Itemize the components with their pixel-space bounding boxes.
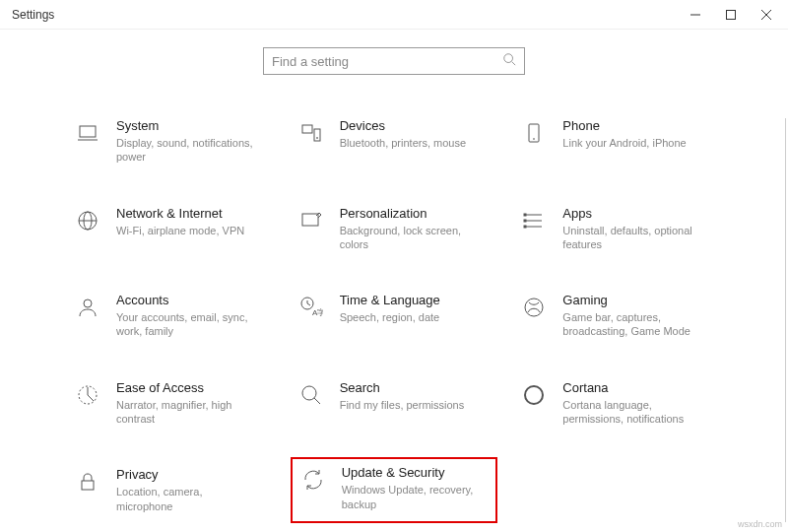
sync-icon: [298, 465, 328, 495]
svg-rect-22: [524, 226, 526, 228]
svg-text:A字: A字: [312, 308, 323, 317]
tile-title: Search: [340, 380, 492, 395]
tile-desc: Find my files, permissions: [340, 398, 478, 412]
tile-title: Time & Language: [340, 293, 492, 307]
scrollbar[interactable]: [785, 118, 786, 522]
minimize-button[interactable]: [678, 1, 713, 29]
svg-rect-8: [302, 125, 312, 133]
svg-line-31: [314, 398, 320, 404]
svg-rect-9: [314, 129, 320, 141]
tile-update-security[interactable]: Update & Security Windows Update, recove…: [291, 457, 498, 523]
tile-network[interactable]: Network & Internet Wi-Fi, airplane mode,…: [69, 202, 273, 256]
paint-icon: [296, 206, 326, 235]
svg-point-23: [84, 299, 92, 307]
tile-desc: Background, lock screen, colors: [340, 224, 478, 252]
tile-apps[interactable]: Apps Uninstall, defaults, optional featu…: [515, 202, 719, 256]
svg-rect-21: [524, 220, 526, 222]
svg-point-32: [525, 386, 543, 404]
magnifier-icon: [296, 380, 326, 410]
tile-accounts[interactable]: Accounts Your accounts, email, sync, wor…: [69, 289, 273, 343]
tile-desc: Game bar, captures, broadcasting, Game M…: [562, 310, 700, 339]
devices-icon: [296, 118, 326, 148]
search-container: [0, 47, 788, 75]
search-box[interactable]: [263, 47, 525, 75]
tile-desc: Link your Android, iPhone: [562, 136, 700, 150]
tile-desc: Bluetooth, printers, mouse: [340, 136, 478, 150]
cortana-icon: [519, 380, 549, 410]
time-language-icon: A字: [296, 293, 326, 322]
tile-desc: Location, camera, microphone: [116, 485, 254, 513]
svg-rect-20: [524, 214, 526, 216]
tile-desc: Narrator, magnifier, high contrast: [116, 398, 254, 427]
titlebar: Settings: [0, 0, 788, 30]
phone-icon: [519, 118, 549, 148]
tile-title: Gaming: [562, 293, 715, 307]
tile-desc: Display, sound, notifications, power: [116, 136, 254, 165]
tile-privacy[interactable]: Privacy Location, camera, microphone: [69, 463, 273, 517]
maximize-button[interactable]: [713, 1, 749, 29]
tile-title: System: [116, 118, 269, 133]
apps-icon: [519, 206, 549, 235]
svg-rect-16: [302, 214, 318, 226]
svg-point-30: [302, 386, 316, 400]
tile-ease-of-access[interactable]: Ease of Access Narrator, magnifier, high…: [69, 376, 273, 431]
tile-personalization[interactable]: Personalization Background, lock screen,…: [293, 202, 496, 256]
search-input[interactable]: [272, 54, 502, 69]
tile-title: Devices: [340, 118, 492, 133]
tile-desc: Uninstall, defaults, optional features: [562, 224, 700, 252]
tile-search[interactable]: Search Find my files, permissions: [293, 376, 496, 431]
tile-title: Personalization: [340, 206, 492, 221]
svg-line-26: [307, 303, 310, 305]
tile-time-language[interactable]: A字 Time & Language Speech, region, date: [293, 289, 496, 343]
search-icon: [502, 52, 516, 70]
tile-desc: Speech, region, date: [340, 310, 478, 324]
lock-icon: [73, 467, 102, 497]
svg-rect-33: [82, 481, 94, 490]
ease-of-access-icon: [73, 380, 102, 410]
svg-rect-6: [80, 126, 96, 137]
tile-gaming[interactable]: Gaming Game bar, captures, broadcasting,…: [515, 289, 719, 343]
xbox-icon: [519, 293, 549, 322]
settings-grid: System Display, sound, notifications, po…: [69, 114, 719, 517]
tile-phone[interactable]: Phone Link your Android, iPhone: [515, 114, 719, 168]
tile-title: Ease of Access: [116, 380, 269, 395]
watermark: wsxdn.com: [738, 519, 782, 529]
window-controls: [678, 1, 784, 29]
tile-title: Accounts: [116, 293, 269, 307]
svg-point-10: [316, 138, 317, 139]
tile-desc: Windows Update, recovery, backup: [342, 483, 480, 511]
tile-desc: Cortana language, permissions, notificat…: [562, 398, 700, 427]
svg-point-4: [504, 54, 513, 63]
tile-title: Privacy: [116, 467, 269, 482]
tile-title: Update & Security: [342, 465, 491, 480]
tile-devices[interactable]: Devices Bluetooth, printers, mouse: [293, 114, 496, 168]
tile-title: Apps: [562, 206, 715, 221]
tile-desc: Wi-Fi, airplane mode, VPN: [116, 224, 254, 237]
window-title: Settings: [12, 8, 54, 22]
svg-line-5: [512, 62, 516, 66]
close-button[interactable]: [749, 1, 784, 29]
svg-rect-1: [727, 10, 736, 19]
tile-desc: Your accounts, email, sync, work, family: [116, 310, 254, 339]
laptop-icon: [73, 118, 102, 148]
svg-point-28: [525, 299, 543, 316]
tile-title: Cortana: [562, 380, 715, 395]
tile-title: Network & Internet: [116, 206, 269, 221]
tile-title: Phone: [562, 118, 715, 133]
tile-system[interactable]: System Display, sound, notifications, po…: [69, 114, 273, 168]
tile-cortana[interactable]: Cortana Cortana language, permissions, n…: [515, 376, 719, 431]
person-icon: [73, 293, 102, 322]
globe-icon: [73, 206, 102, 235]
